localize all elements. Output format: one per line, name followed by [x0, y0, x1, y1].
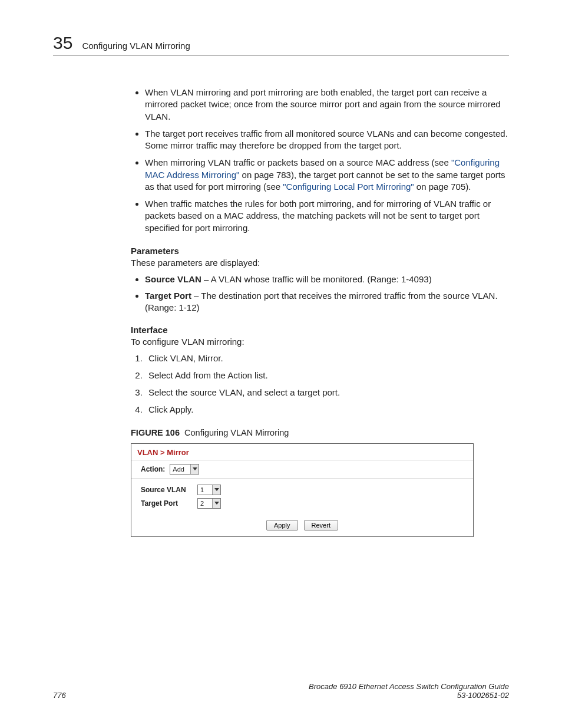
figure-caption: FIGURE 106 Configuring VLAN Mirroring — [131, 428, 509, 437]
steps-list: Click VLAN, Mirror. Select Add from the … — [131, 353, 509, 416]
param-desc: – The destination port that receives the… — [145, 291, 498, 312]
doc-number: 53-1002651-02 — [309, 691, 509, 700]
parameter-item: Source VLAN – A VLAN whose traffic will … — [145, 274, 509, 285]
note-item: When mirroring VLAN traffic or packets b… — [145, 157, 509, 193]
figure-number: FIGURE 106 — [131, 428, 180, 437]
source-vlan-label: Source VLAN — [141, 486, 197, 494]
param-desc: – A VLAN whose traffic will be monitored… — [201, 274, 432, 284]
step-item: Click VLAN, Mirror. — [145, 353, 509, 364]
content: When VLAN mirroring and port mirroring a… — [53, 87, 509, 537]
button-row: Apply Revert — [131, 518, 473, 536]
book-title: Brocade 6910 Ethernet Access Switch Conf… — [309, 682, 509, 691]
chapter-number: 35 — [53, 33, 72, 53]
form-row: Source VLAN 1 — [141, 485, 464, 495]
text: on page 705). — [414, 182, 471, 192]
revert-button[interactable]: Revert — [304, 520, 338, 531]
dropdown-value: 1 — [200, 486, 207, 493]
chevron-down-icon — [212, 485, 220, 495]
figure-title: Configuring VLAN Mirroring — [184, 428, 289, 437]
config-panel: VLAN > Mirror Action: Add Source VLAN 1 — [131, 443, 474, 537]
action-label: Action: — [141, 465, 165, 473]
page-footer: 776 Brocade 6910 Ethernet Access Switch … — [53, 682, 509, 700]
page-number: 776 — [53, 691, 66, 700]
xref-link[interactable]: "Configuring Local Port Mirroring" — [283, 182, 414, 192]
apply-button[interactable]: Apply — [266, 520, 298, 531]
dropdown-value: 2 — [200, 500, 207, 507]
note-item: When traffic matches the rules for both … — [145, 198, 509, 234]
param-name: Target Port — [145, 291, 191, 301]
target-port-label: Target Port — [141, 499, 197, 508]
note-item: The target port receives traffic from al… — [145, 128, 509, 152]
text: When mirroring VLAN traffic or packets b… — [145, 157, 451, 167]
target-port-dropdown[interactable]: 2 — [197, 498, 221, 509]
step-item: Select the source VLAN, and select a tar… — [145, 387, 509, 398]
action-dropdown[interactable]: Add — [170, 464, 199, 475]
section-heading-parameters: Parameters — [131, 246, 509, 256]
notes-list: When VLAN mirroring and port mirroring a… — [131, 87, 509, 234]
header-title: Configuring VLAN Mirroring — [82, 41, 190, 51]
section-heading-interface: Interface — [131, 325, 509, 335]
step-item: Click Apply. — [145, 404, 509, 416]
interface-intro: To configure VLAN mirroring: — [131, 337, 509, 347]
page-header: 35 Configuring VLAN Mirroring — [53, 33, 509, 56]
action-row: Action: Add — [131, 460, 473, 479]
breadcrumb: VLAN > Mirror — [131, 444, 473, 460]
chevron-down-icon — [190, 465, 199, 474]
form-row: Target Port 2 — [141, 498, 464, 509]
source-vlan-dropdown[interactable]: 1 — [197, 485, 221, 495]
note-item: When VLAN mirroring and port mirroring a… — [145, 87, 509, 123]
parameters-intro: These parameters are displayed: — [131, 258, 509, 268]
footer-right: Brocade 6910 Ethernet Access Switch Conf… — [309, 682, 509, 700]
parameter-item: Target Port – The destination port that … — [145, 290, 509, 314]
step-item: Select Add from the Action list. — [145, 370, 509, 381]
chevron-down-icon — [212, 499, 220, 508]
dropdown-value: Add — [173, 466, 188, 473]
form-body: Source VLAN 1 Target Port 2 — [131, 479, 473, 518]
parameters-list: Source VLAN – A VLAN whose traffic will … — [131, 274, 509, 314]
param-name: Source VLAN — [145, 274, 201, 284]
